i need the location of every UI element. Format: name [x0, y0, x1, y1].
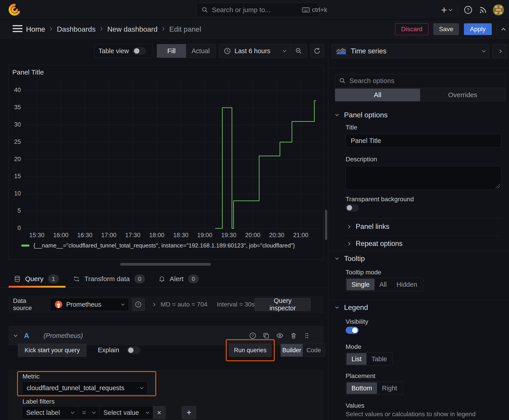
series-name[interactable]: {__name__="cloudflared_tunnel_total_requ… — [33, 242, 295, 249]
panel-options-header[interactable]: Panel options — [336, 111, 387, 119]
visualization-picker[interactable]: Time series — [332, 44, 489, 58]
builder-option[interactable]: Builder — [281, 344, 303, 357]
toggle-viz-picker-button[interactable] — [492, 44, 507, 58]
actual-option[interactable]: Actual — [186, 44, 215, 58]
chart-legend[interactable]: {__name__="cloudflared_tunnel_total_requ… — [21, 242, 295, 249]
tab-overrides[interactable]: Overrides — [420, 89, 505, 101]
help-icon[interactable]: ? — [464, 5, 473, 14]
hide-query-eye-icon[interactable] — [276, 332, 284, 339]
fill-option[interactable]: Fill — [157, 44, 186, 58]
panel-title-input[interactable] — [346, 134, 501, 148]
add-filter-button[interactable]: + — [182, 406, 196, 419]
tooltip-section-header[interactable]: Tooltip — [336, 255, 365, 263]
tooltip-mode-all[interactable]: All — [375, 279, 392, 290]
time-series-viz-icon — [336, 48, 346, 55]
chevron-right-icon — [498, 49, 501, 53]
vertical-scrollbar[interactable] — [325, 210, 327, 240]
placement-bottom[interactable]: Bottom — [347, 382, 377, 394]
options-search-input[interactable] — [349, 77, 501, 85]
run-queries-button[interactable]: Run queries — [229, 344, 272, 357]
textarea-resize-handle[interactable] — [495, 184, 500, 188]
options-search[interactable] — [335, 74, 505, 88]
x-axis-tick: 18:30 — [167, 232, 194, 239]
description-textarea[interactable] — [346, 166, 501, 190]
operator-dropdown[interactable]: = — [78, 406, 99, 419]
discard-button[interactable]: Discard — [395, 23, 428, 35]
zoom-out-button[interactable] — [290, 44, 307, 58]
placement-right[interactable]: Right — [377, 382, 402, 394]
collapse-chevron-up-icon[interactable] — [501, 28, 506, 32]
tab-query[interactable]: Query 1 — [14, 270, 59, 288]
search-icon — [202, 7, 208, 13]
panel-links-label: Panel links — [356, 223, 389, 231]
delete-query-trash-icon[interactable] — [290, 332, 297, 339]
breadcrumb-home[interactable]: Home — [26, 25, 45, 33]
kickstart-query-button[interactable]: Kick start your query — [18, 344, 86, 357]
plus-icon: + — [441, 5, 447, 14]
collapse-query-chevron[interactable] — [14, 333, 17, 337]
chevron-down-icon — [335, 305, 339, 309]
clock-icon — [224, 47, 231, 54]
datasource-help-button[interactable]: ? — [132, 298, 145, 311]
code-option[interactable]: Code — [303, 344, 325, 357]
tab-all[interactable]: All — [335, 89, 420, 101]
breadcrumb-dashboards[interactable]: Dashboards — [57, 25, 96, 33]
time-series-chart[interactable] — [9, 65, 324, 260]
global-search[interactable]: ctrl+k — [196, 3, 319, 17]
tooltip-mode-single[interactable]: Single — [347, 279, 375, 290]
tooltip-mode-hidden[interactable]: Hidden — [392, 279, 422, 290]
max-data-points: MD = auto = 704 — [160, 301, 207, 308]
values-hint: Select values or calculations to show in… — [346, 411, 476, 418]
breadcrumb-separator: › — [50, 24, 52, 33]
title-field-label: Title — [346, 124, 357, 131]
user-avatar[interactable] — [493, 4, 504, 15]
save-button[interactable]: Save — [433, 23, 459, 35]
search-input[interactable] — [212, 6, 298, 14]
legend-mode-list[interactable]: List — [347, 353, 366, 365]
tab-alert[interactable]: Alert 0 — [159, 270, 199, 288]
x-axis-tick: 18:00 — [144, 232, 170, 239]
breadcrumb-new-dashboard[interactable]: New dashboard — [107, 25, 158, 33]
duplicate-query-icon[interactable] — [263, 332, 270, 339]
panel-options-title: Panel options — [344, 111, 387, 119]
x-axis-tick: 17:00 — [95, 232, 122, 239]
breadcrumb-bar: Home › Dashboards › New dashboard › Edit… — [0, 20, 509, 39]
remove-filter-button[interactable]: × — [153, 406, 166, 419]
table-view-toggle[interactable] — [133, 47, 146, 54]
x-axis-tick: 17:30 — [119, 232, 146, 239]
menu-toggle-icon[interactable] — [13, 25, 23, 34]
horizontal-scrollbar[interactable] — [120, 263, 211, 266]
time-range-picker[interactable]: Last 6 hours — [219, 44, 290, 58]
drag-handle-icon[interactable] — [304, 332, 310, 339]
label-filters-label: Label filters — [23, 398, 54, 405]
datasource-picker[interactable]: Prometheus — [50, 298, 129, 311]
panel-title[interactable]: Panel Title — [12, 68, 44, 76]
legend-section-header[interactable]: Legend — [336, 303, 368, 312]
tab-transform-data[interactable]: Transform data 0 — [73, 270, 145, 288]
legend-visibility-toggle[interactable] — [346, 327, 359, 334]
query-help-icon[interactable]: ? — [249, 332, 256, 339]
divider — [458, 5, 458, 14]
new-dropdown-button[interactable]: + — [441, 5, 452, 14]
explain-toggle[interactable] — [127, 347, 140, 354]
refresh-button[interactable] — [310, 44, 324, 58]
repeat-options-section[interactable]: Repeat options — [347, 240, 403, 248]
grafana-logo-icon[interactable] — [8, 4, 21, 16]
query-inspector-button[interactable]: Query inspector — [255, 298, 311, 311]
select-label-dropdown[interactable]: Select label — [22, 406, 78, 419]
chevron-down-icon — [71, 410, 75, 414]
tab-alert-label: Alert — [170, 275, 183, 283]
metric-select[interactable]: cloudflared_tunnel_total_requests — [22, 381, 148, 394]
apply-button[interactable]: Apply — [464, 23, 492, 35]
legend-mode-table[interactable]: Table — [366, 353, 392, 365]
query-row-header[interactable]: A (Prometheus) ? — [8, 326, 324, 345]
transparent-bg-toggle[interactable] — [346, 204, 359, 211]
select-value-dropdown[interactable]: Select value — [99, 406, 153, 419]
y-axis-tick: 0 — [9, 225, 21, 232]
news-rss-icon[interactable] — [479, 6, 487, 14]
panel-links-section[interactable]: Panel links — [347, 223, 389, 231]
x-axis-tick: 16:30 — [71, 232, 98, 239]
panel-preview: Panel Title {__name__="cloudflared_tunne… — [8, 65, 324, 260]
expand-options-chevron[interactable] — [152, 303, 155, 306]
divider — [346, 236, 501, 236]
